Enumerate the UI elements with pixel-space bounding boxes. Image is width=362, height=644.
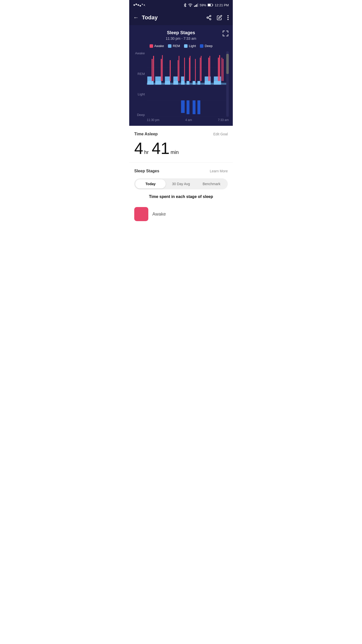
x-label-start: 11:30 pm xyxy=(147,118,159,122)
status-app-icons: ... xyxy=(133,3,146,7)
legend-deep: Deep xyxy=(200,44,212,48)
svg-rect-57 xyxy=(200,58,201,81)
x-label-end: 7:33 am xyxy=(218,118,229,122)
svg-point-7 xyxy=(190,6,191,7)
legend-deep-color xyxy=(200,44,203,48)
x-label-mid: 4 am xyxy=(185,118,192,122)
more-options-icon[interactable] xyxy=(227,15,229,20)
chart-x-axis: 11:30 pm 4 am 7:33 am xyxy=(133,117,229,122)
svg-rect-40 xyxy=(173,81,178,85)
stage-row-awake: Awake xyxy=(134,204,228,224)
svg-rect-61 xyxy=(208,58,209,81)
svg-rect-41 xyxy=(173,76,178,81)
status-time: 12:21 PM xyxy=(215,3,229,7)
legend-awake: Awake xyxy=(150,44,164,48)
svg-rect-30 xyxy=(152,81,154,85)
svg-point-21 xyxy=(228,17,229,18)
sleep-chart-section: Sleep Stages 11:30 pm - 7:33 am Awake RE… xyxy=(129,25,233,126)
time-asleep-section: Time Asleep Edit Goal 4 hr 41 min xyxy=(129,126,233,163)
svg-rect-39 xyxy=(170,60,171,81)
sleep-stages-title: Sleep Stages xyxy=(134,169,159,173)
svg-rect-67 xyxy=(221,58,222,81)
status-bar: ... 59% 12:21 PM xyxy=(129,0,233,10)
legend-deep-label: Deep xyxy=(205,44,212,48)
legend-rem-label: REM xyxy=(173,44,180,48)
tab-today[interactable]: Today xyxy=(135,179,166,188)
svg-point-1 xyxy=(135,4,137,5)
legend-light-color xyxy=(184,44,188,48)
minutes-unit: min xyxy=(171,149,179,155)
svg-point-17 xyxy=(210,19,211,20)
status-system-icons: 59% 12:21 PM xyxy=(184,3,229,7)
battery-icon xyxy=(208,4,213,7)
edit-goal-button[interactable]: Edit Goal xyxy=(213,132,228,136)
legend-rem: REM xyxy=(168,44,180,48)
svg-point-22 xyxy=(228,19,229,20)
y-label-awake: Awake xyxy=(133,51,145,55)
hours-unit: hr xyxy=(144,149,149,155)
edit-icon[interactable] xyxy=(217,15,222,20)
back-button[interactable]: ← xyxy=(133,14,139,21)
svg-rect-28 xyxy=(147,81,152,85)
svg-point-2 xyxy=(138,4,139,6)
app-icons: ... xyxy=(133,3,146,7)
svg-rect-45 xyxy=(181,76,185,81)
chart-y-axis: Awake REM Light Deep xyxy=(133,51,145,117)
chart-time-range: 11:30 pm - 7:33 am xyxy=(133,36,229,41)
svg-rect-66 xyxy=(219,55,220,81)
svg-rect-14 xyxy=(213,5,213,6)
top-navigation: ← Today xyxy=(129,10,233,25)
tab-benchmark[interactable]: Benchmark xyxy=(196,179,227,188)
svg-rect-10 xyxy=(196,4,197,7)
svg-rect-29 xyxy=(147,76,152,81)
svg-point-15 xyxy=(210,15,211,17)
svg-rect-33 xyxy=(155,81,161,85)
svg-rect-50 xyxy=(189,58,190,81)
svg-rect-44 xyxy=(181,81,185,85)
nav-action-icons xyxy=(206,15,229,20)
fullscreen-button[interactable] xyxy=(222,30,229,38)
svg-point-4 xyxy=(142,4,143,5)
svg-rect-48 xyxy=(187,81,190,85)
svg-rect-64 xyxy=(214,81,221,85)
legend-light-label: Light xyxy=(189,44,196,48)
tab-30day[interactable]: 30 Day Avg xyxy=(166,179,196,188)
awake-color-indicator xyxy=(134,207,148,221)
svg-rect-31 xyxy=(152,59,153,81)
svg-point-16 xyxy=(207,17,208,18)
tab-selector: Today 30 Day Avg Benchmark xyxy=(134,178,228,189)
svg-rect-53 xyxy=(193,100,196,114)
learn-more-button[interactable]: Learn More xyxy=(210,169,228,173)
svg-rect-11 xyxy=(198,3,198,7)
svg-text:...: ... xyxy=(145,4,146,7)
legend-awake-color xyxy=(150,44,153,48)
svg-rect-52 xyxy=(193,81,196,85)
svg-rect-51 xyxy=(190,56,191,81)
time-asleep-header: Time Asleep Edit Goal xyxy=(134,132,228,136)
battery-percentage: 59% xyxy=(200,3,206,7)
y-label-deep: Deep xyxy=(133,113,145,117)
minutes-value: 41 xyxy=(152,140,169,156)
chart-header: Sleep Stages 11:30 pm - 7:33 am xyxy=(133,30,229,44)
hours-value: 4 xyxy=(134,140,143,156)
svg-point-0 xyxy=(133,4,135,6)
svg-rect-32 xyxy=(153,56,154,81)
svg-rect-42 xyxy=(178,60,178,81)
y-label-rem: REM xyxy=(133,72,145,76)
svg-rect-65 xyxy=(218,58,219,81)
bluetooth-icon xyxy=(184,3,187,7)
svg-rect-46 xyxy=(181,100,185,113)
y-label-light: Light xyxy=(133,92,145,96)
svg-rect-55 xyxy=(197,81,200,85)
svg-rect-38 xyxy=(165,76,170,81)
chart-visualization xyxy=(147,51,229,117)
svg-rect-36 xyxy=(162,55,163,81)
svg-rect-35 xyxy=(161,59,162,81)
time-asleep-value: 4 hr 41 min xyxy=(134,140,228,156)
svg-point-3 xyxy=(140,5,141,7)
svg-rect-37 xyxy=(165,81,170,85)
chart-scrollbar[interactable] xyxy=(226,51,229,117)
share-icon[interactable] xyxy=(206,15,212,20)
time-asleep-title: Time Asleep xyxy=(134,132,158,136)
page-title: Today xyxy=(142,14,206,21)
